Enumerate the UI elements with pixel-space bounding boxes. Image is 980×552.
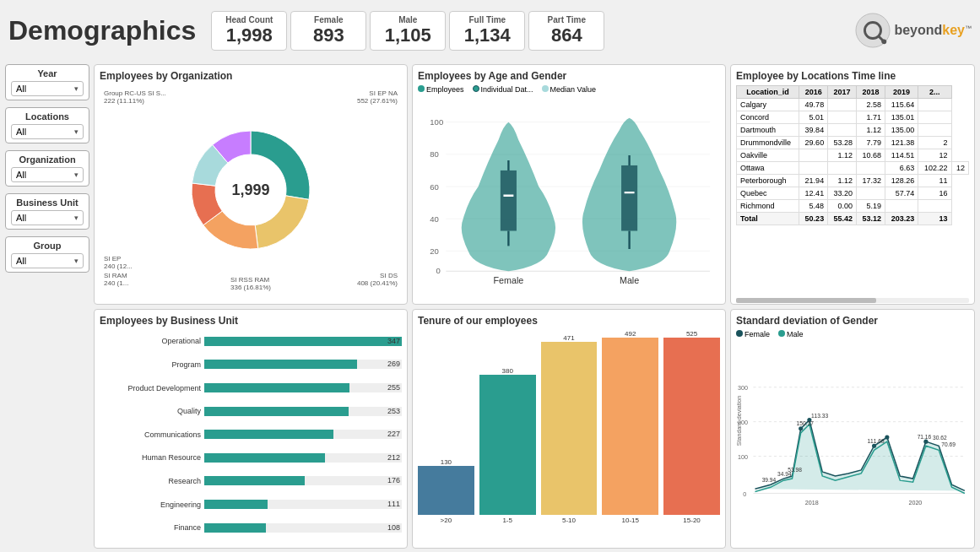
filter-select[interactable]: All ▾ [11, 124, 84, 139]
bar-row: Operational 347 [100, 335, 402, 347]
tenure-label: 5-10 [562, 517, 576, 524]
filter-select[interactable]: All ▾ [11, 210, 84, 225]
bar-value: 108 [387, 523, 400, 533]
bar-bg: 212 [204, 453, 402, 463]
location-scrollbar[interactable] [736, 298, 969, 303]
location-cell: 5.48 [799, 200, 828, 213]
location-cell: Concord [737, 111, 799, 124]
std-legend-male: Male [778, 330, 804, 338]
logo: beyondkey™ [855, 13, 972, 48]
bar-value: 111 [387, 500, 400, 509]
location-col-header: 2017 [828, 86, 857, 99]
kpi-card: Head Count1,998 [211, 11, 287, 51]
location-col-header: 2018 [857, 86, 885, 99]
bar-value: 227 [387, 430, 400, 439]
location-cell [828, 124, 857, 137]
bar-fill [204, 430, 333, 439]
filter-label: Group [11, 241, 84, 251]
bar-row: Research 176 [100, 475, 402, 487]
location-cell: 17.32 [857, 175, 885, 187]
kpi-value: 1,134 [462, 24, 512, 46]
location-row: Concord5.011.71135.01 [737, 111, 969, 124]
bar-label: Communications [100, 430, 201, 439]
filter-value: All [16, 256, 26, 266]
legend-median: Median Value [542, 85, 596, 94]
location-cell: 12.41 [799, 187, 828, 200]
filter-select[interactable]: All ▾ [11, 167, 84, 182]
filter-select[interactable]: All ▾ [11, 81, 84, 96]
location-cell: Peterborough [737, 175, 799, 187]
location-row: Calgary49.782.58115.64 [737, 99, 969, 111]
std-legend: Female Male [736, 330, 969, 338]
legend-employees: Employees [418, 85, 464, 94]
bar-value: 269 [387, 360, 400, 369]
svg-text:Male: Male [620, 275, 639, 285]
location-cell: 16 [918, 187, 951, 200]
location-row: Richmond5.480.005.19 [737, 200, 969, 213]
tenure-bar [602, 338, 658, 516]
location-cell [918, 111, 951, 124]
bar-row: Finance 108 [100, 522, 402, 533]
location-row: Quebec12.4133.2057.7416 [737, 187, 969, 200]
tenure-bar [541, 342, 598, 515]
location-cell: 53.28 [828, 137, 857, 149]
bar-fill [204, 337, 402, 346]
bar-label: Engineering [100, 501, 201, 509]
bar-value: 176 [387, 476, 400, 485]
tenure-value: 492 [625, 330, 636, 338]
bar-fill [204, 360, 357, 369]
location-cell: Oakville [737, 149, 799, 162]
location-cell: 5.19 [857, 200, 885, 213]
tenure-bar [663, 338, 720, 516]
location-cell: 10.68 [857, 149, 885, 162]
kpi-value: 864 [541, 24, 592, 46]
svg-rect-21 [621, 165, 637, 231]
location-cell: 0.00 [828, 200, 857, 213]
tenure-panel: Tenure of our employees 130 >20 380 1-5 … [412, 309, 726, 549]
dashboard: Demographics Head Count1,998Female893Mal… [0, 0, 980, 552]
location-cell [828, 162, 857, 175]
location-cell: 57.74 [885, 187, 918, 200]
location-cell: 29.60 [799, 137, 828, 149]
filter-label: Locations [11, 111, 84, 122]
location-cell: 55.42 [828, 213, 857, 225]
filter-value: All [16, 213, 26, 223]
svg-text:113.33: 113.33 [811, 412, 829, 418]
location-cell: 1.12 [828, 175, 857, 187]
location-cell: 135.01 [885, 111, 918, 124]
location-cell: 53.12 [857, 213, 885, 225]
kpi-card: Part Time864 [528, 11, 604, 51]
location-cell [799, 162, 828, 175]
filter-select[interactable]: All ▾ [11, 253, 84, 268]
kpi-value: 893 [303, 24, 354, 46]
location-table-scroll[interactable]: Location_id20162017201820192... Calgary4… [736, 85, 969, 295]
svg-text:30.62: 30.62 [933, 435, 947, 441]
bar-bg: 227 [204, 430, 402, 439]
location-cell: Ottawa [737, 162, 799, 175]
chevron-down-icon: ▾ [74, 127, 79, 136]
tenure-bar-wrap: 525 15-20 [663, 330, 720, 525]
filter-value: All [16, 127, 26, 137]
tenure-bar-wrap: 492 10-15 [602, 330, 658, 525]
bar-bg: 253 [204, 407, 402, 416]
bar-fill [204, 453, 325, 463]
legend-individual: Individual Dat... [473, 85, 533, 94]
svg-text:Standard deviation: Standard deviation [736, 395, 743, 446]
svg-text:300: 300 [738, 384, 748, 391]
std-deviation-title: Standard deviation of Gender [736, 315, 969, 327]
location-cell [828, 111, 857, 124]
bar-bg: 176 [204, 476, 402, 485]
filter-year: Year All ▾ [5, 64, 89, 100]
std-svg: 300 200 100 0 Standard deviation [736, 341, 969, 549]
kpi-value: 1,105 [382, 24, 433, 46]
filter-label: Organization [11, 154, 84, 165]
svg-rect-17 [501, 170, 517, 231]
chevron-down-icon: ▾ [74, 257, 79, 265]
svg-text:40: 40 [430, 214, 439, 224]
bar-row: Quality 253 [100, 405, 402, 417]
tenure-bar-wrap: 471 5-10 [541, 330, 598, 525]
location-row: Dartmouth39.841.12135.00 [737, 124, 969, 137]
std-dot-f4 [885, 435, 889, 439]
filter-label: Year [11, 68, 84, 78]
svg-text:0: 0 [436, 266, 440, 275]
